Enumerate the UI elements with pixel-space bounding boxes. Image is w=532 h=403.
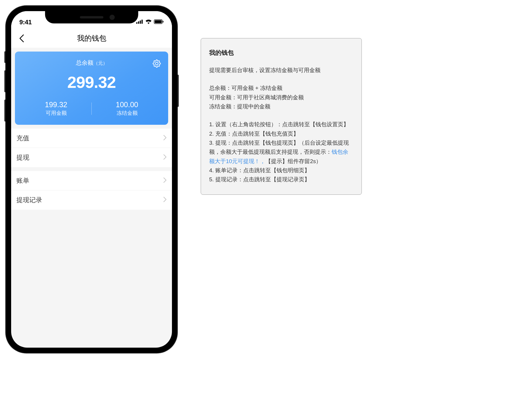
menu-item-withdraw-record[interactable]: 提现记录: [11, 190, 172, 210]
doc-title: 我的钱包: [209, 49, 353, 57]
chevron-right-icon: [163, 177, 167, 184]
doc-def-available: 可用金额：可用于社区商城消费的金额: [209, 93, 353, 102]
settings-button[interactable]: [151, 58, 162, 70]
doc-step-2: 2. 充值：点击跳转至【钱包充值页】: [209, 129, 353, 138]
page-title: 我的钱包: [77, 33, 106, 43]
balance-label: 总余额: [76, 59, 93, 66]
doc-intro-block: 提现需要后台审核，设置冻结金额与可用金额: [209, 66, 353, 75]
svg-rect-0: [136, 22, 137, 24]
gear-icon: [153, 59, 161, 68]
phone-right-buttons: [177, 75, 179, 107]
phone-mute-switch: [4, 51, 6, 63]
battery-icon: [154, 19, 164, 25]
menu-item-bill[interactable]: 账单: [11, 171, 172, 190]
menu-spacer: [11, 167, 172, 171]
svg-rect-1: [138, 21, 139, 24]
menu-item-label: 提现记录: [16, 196, 42, 204]
menu-item-label: 提现: [16, 153, 29, 162]
doc-intro: 提现需要后台审核，设置冻结金额与可用金额: [209, 66, 353, 75]
doc-definitions-block: 总余额：可用金额 + 冻结金额 可用金额：可用于社区商城消费的金额 冻结金额：提…: [209, 83, 353, 111]
documentation-panel: 我的钱包 提现需要后台审核，设置冻结金额与可用金额 总余额：可用金额 + 冻结金…: [201, 38, 362, 195]
phone-volume-down: [4, 100, 6, 122]
doc-step-3a: 3. 提现：点击跳转至【钱包提现页】（后台设定最低提现额，余额大于最低提现额后支…: [209, 140, 349, 155]
nav-bar: 我的钱包: [11, 29, 172, 48]
doc-step-3b: 【提示】组件存留2s）: [265, 158, 321, 164]
chevron-right-icon: [163, 135, 167, 142]
balance-split: 199.32 可用金额 100.00 冻结金额: [21, 100, 162, 117]
menu-spacer: [11, 125, 172, 129]
frozen-value: 100.00: [92, 100, 162, 109]
doc-step-4: 4. 账单记录：点击跳转至【钱包明细页】: [209, 166, 353, 175]
menu-group-1: 充值 提现: [11, 129, 172, 167]
menu-group-2: 账单 提现记录: [11, 171, 172, 210]
balance-section: 总余额（元） 299.32 199.32 可用金额: [11, 48, 172, 125]
doc-def-total: 总余额：可用金额 + 冻结金额: [209, 83, 353, 93]
status-time: 9:41: [19, 18, 32, 26]
phone-left-buttons: [4, 51, 6, 122]
notch-speaker: [80, 16, 103, 18]
menu-item-label: 充值: [16, 134, 29, 143]
doc-steps-block: 1. 设置（右上角齿轮按钮）：点击跳转至【钱包设置页】 2. 充值：点击跳转至【…: [209, 120, 353, 184]
balance-header: 总余额（元）: [21, 59, 162, 67]
wifi-icon: [145, 19, 152, 25]
svg-rect-2: [140, 21, 141, 24]
status-icons: [136, 19, 164, 25]
phone-power-button: [177, 75, 179, 107]
available-value: 199.32: [21, 100, 91, 109]
phone-screen: 9:41: [11, 11, 172, 348]
menu-item-recharge[interactable]: 充值: [11, 129, 172, 148]
balance-card: 总余额（元） 299.32 199.32 可用金额: [15, 52, 168, 125]
cellular-icon: [136, 20, 143, 25]
frozen-label: 冻结金额: [92, 110, 162, 117]
notch-camera: [110, 15, 115, 20]
doc-def-frozen: 冻结金额：提现中的金额: [209, 102, 353, 111]
back-button[interactable]: [16, 31, 27, 45]
doc-step-1: 1. 设置（右上角齿轮按钮）：点击跳转至【钱包设置页】: [209, 120, 353, 129]
svg-rect-5: [155, 20, 162, 23]
doc-step-5: 5. 提现记录：点击跳转至【提现记录页】: [209, 175, 353, 184]
menu-item-withdraw[interactable]: 提现: [11, 148, 172, 167]
phone-notch: [45, 11, 138, 23]
balance-total: 299.32: [21, 73, 162, 92]
available-label: 可用金额: [21, 110, 91, 117]
available-balance: 199.32 可用金额: [21, 100, 91, 117]
frozen-balance: 100.00 冻结金额: [92, 100, 162, 117]
balance-unit: （元）: [93, 61, 108, 66]
chevron-right-icon: [163, 197, 167, 204]
svg-rect-6: [163, 21, 164, 23]
chevron-right-icon: [163, 154, 167, 161]
phone-volume-up: [4, 70, 6, 92]
svg-rect-3: [141, 20, 143, 24]
doc-step-3: 3. 提现：点击跳转至【钱包提现页】（后台设定最低提现额，余额大于最低提现额后支…: [209, 138, 353, 166]
menu-item-label: 账单: [16, 176, 29, 185]
phone-frame: 9:41: [6, 6, 177, 353]
chevron-left-icon: [19, 34, 24, 42]
